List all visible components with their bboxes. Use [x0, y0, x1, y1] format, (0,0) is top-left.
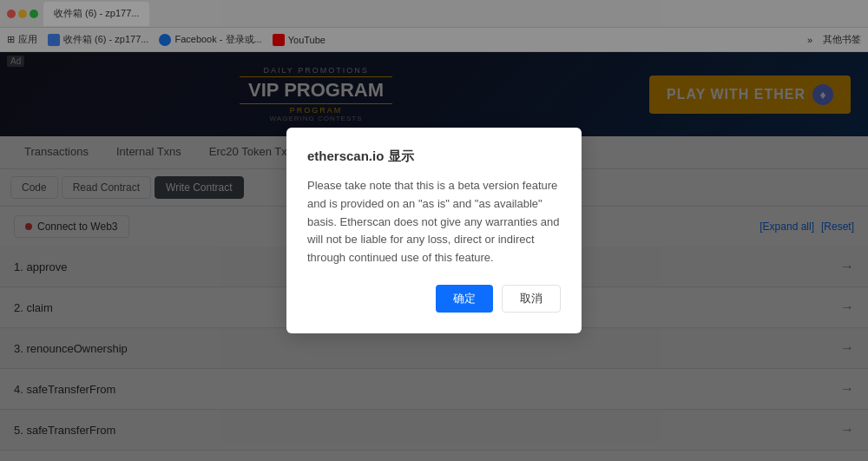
modal-title: etherscan.io 显示	[307, 148, 561, 165]
modal-confirm-button[interactable]: 确定	[436, 285, 493, 313]
modal-overlay: etherscan.io 显示 Please take note that th…	[0, 0, 868, 461]
modal-body: Please take note that this is a beta ver…	[307, 177, 561, 267]
modal-dialog: etherscan.io 显示 Please take note that th…	[286, 128, 582, 333]
modal-footer: 确定 取消	[307, 285, 561, 313]
modal-cancel-button[interactable]: 取消	[502, 285, 561, 313]
